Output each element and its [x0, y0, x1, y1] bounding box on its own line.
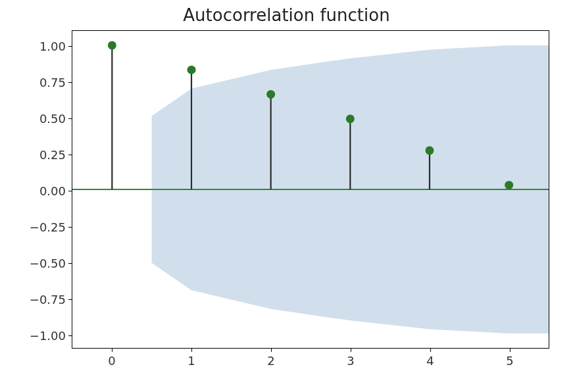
- acf-marker: [426, 146, 434, 155]
- acf-marker: [108, 41, 116, 49]
- ytick-label: −0.75: [26, 293, 66, 306]
- ytick-label: 1.00: [26, 39, 66, 53]
- xtick-label: 2: [258, 354, 284, 368]
- xtick-mark: [351, 349, 351, 352]
- acf-marker: [346, 114, 355, 123]
- xtick-label: 4: [417, 354, 443, 368]
- xtick-label: 0: [99, 354, 125, 368]
- ytick-label: 0.00: [26, 184, 66, 198]
- acf-marker: [187, 66, 196, 74]
- xtick-label: 3: [337, 354, 364, 368]
- ytick-label: −1.00: [26, 329, 66, 343]
- xtick-mark: [112, 349, 112, 352]
- chart-svg: [72, 31, 549, 348]
- xtick-label: 5: [497, 354, 523, 368]
- xtick-mark: [271, 349, 272, 352]
- acf-marker: [266, 90, 275, 99]
- xtick-mark: [430, 349, 431, 352]
- chart-title: Autocorrelation function: [0, 5, 573, 25]
- ytick-label: 0.50: [26, 112, 66, 126]
- ytick-label: 0.25: [26, 148, 66, 162]
- ytick-label: 0.75: [26, 76, 66, 89]
- chart-figure: Autocorrelation function −1.00 −0.75 −0.…: [0, 0, 573, 392]
- acf-marker: [505, 181, 513, 189]
- xtick-label: 1: [178, 354, 205, 368]
- ytick-label: −0.25: [26, 220, 66, 234]
- ytick-label: −0.50: [26, 257, 66, 270]
- plot-area: [72, 30, 549, 349]
- xtick-mark: [510, 349, 511, 352]
- xtick-mark: [191, 349, 192, 352]
